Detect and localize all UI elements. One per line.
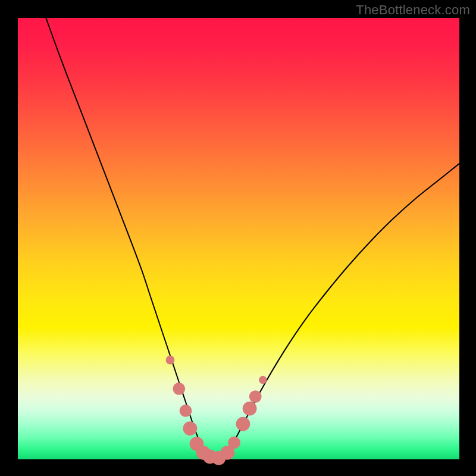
curve-marker: [236, 417, 250, 431]
curve-marker: [180, 405, 192, 417]
plot-area: [18, 18, 459, 459]
curve-marker: [173, 383, 185, 395]
curve-marker: [249, 390, 262, 403]
marker-layer: [166, 356, 267, 465]
chart-frame: TheBottleneck.com: [0, 0, 476, 476]
curve-marker: [228, 436, 240, 449]
curve-marker: [183, 421, 198, 436]
curve-marker: [243, 402, 257, 416]
curve-marker: [259, 376, 267, 384]
watermark-text: TheBottleneck.com: [356, 2, 470, 18]
curve-marker: [166, 356, 175, 365]
curve-layer: [18, 18, 459, 459]
